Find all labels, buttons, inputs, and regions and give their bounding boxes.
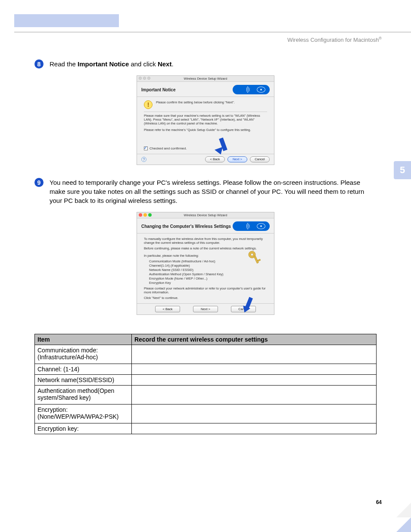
wizard1-checkbox-label: Checked and confirmed. <box>149 146 187 150</box>
svg-rect-2 <box>254 256 258 264</box>
cancel-button[interactable]: Cancel <box>250 156 270 162</box>
wizard2-titlebar: Wireless Device Setup Wizard <box>137 212 274 218</box>
step-9-text: You need to temporarily change your PC's… <box>50 178 377 205</box>
step-8: 8 Read the Important Notice and click Ne… <box>34 59 377 68</box>
wizard2-p1: To manually configure the wireless devic… <box>144 237 267 245</box>
s8-t3: . <box>171 60 173 68</box>
page-number: 64 <box>376 499 382 505</box>
table-header-item: Item <box>35 334 132 345</box>
wizard1-titlebar: Wireless Device Setup Wizard <box>137 76 274 82</box>
cell-enc-key: Encryption key: <box>35 423 132 434</box>
page-corner-fold <box>396 517 411 532</box>
back-button[interactable]: < Back <box>155 306 180 312</box>
wizard-changing-settings: Wireless Device Setup Wizard Changing th… <box>137 212 274 315</box>
table-row: Encryption:(None/WEP/WPA/WPA2-PSK) <box>35 404 377 423</box>
table-row: Channel: (1-14) <box>35 364 377 375</box>
list-i5: Encryption Mode (None / WEP / Other...) <box>149 277 267 280</box>
header-suffix: ® <box>379 36 382 40</box>
cell-auth: Authentication method(Open system/Shared… <box>35 386 132 404</box>
wizard1-header: Important Notice <box>137 82 274 97</box>
cell-channel: Channel: (1-14) <box>35 364 132 375</box>
wifi-logo-icon <box>233 221 270 231</box>
mac-traffic-lights <box>139 213 152 217</box>
wizard2-button-bar: < Back Next > Cancel <box>137 303 274 314</box>
wizard2-header: Changing the Computer's Wireless Setting… <box>137 218 274 233</box>
page-header-title: Wireless Configuration for Macintosh® <box>287 36 382 43</box>
table-row: Authentication method(Open system/Shared… <box>35 386 377 404</box>
cell-blank <box>132 375 377 386</box>
svg-point-1 <box>251 253 253 256</box>
cell-encryption: Encryption:(None/WEP/WPA/WPA2-PSK) <box>35 404 132 423</box>
list-i4: Authentication Method (Open System / Sha… <box>149 272 267 276</box>
list-i3: Network Name (SSID / ESSID) <box>149 268 267 272</box>
top-decorative-band <box>14 14 119 27</box>
wizard1-header-title: Important Notice <box>141 87 175 92</box>
list-i6: Encryption Key <box>149 281 267 285</box>
table-row: Network name(SSID/ESSID) <box>35 375 377 386</box>
key-icon <box>247 250 263 266</box>
wizard2-header-title: Changing the Computer's Wireless Setting… <box>141 224 231 229</box>
wizard1-para1: Please make sure that your machine's net… <box>144 114 267 125</box>
table-row: Encryption key: <box>35 423 377 434</box>
wifi-logo-icon <box>233 85 270 94</box>
wizard-important-notice: Wireless Device Setup Wizard Important N… <box>137 75 274 165</box>
mac-traffic-lights <box>139 77 150 80</box>
back-button[interactable]: < Back <box>205 156 225 162</box>
wizard2-p4: Please contact your network administrato… <box>144 286 267 294</box>
header-rule <box>14 32 411 32</box>
cell-blank <box>132 345 377 364</box>
settings-record-table: Item Record the current wireless compute… <box>34 334 377 434</box>
s8-t2: and click <box>129 60 158 68</box>
wizard1-checkbox-row[interactable]: Checked and confirmed. <box>144 146 267 150</box>
table-row: Communication mode:(Infrastructure/Ad-ho… <box>35 345 377 364</box>
cell-blank <box>132 364 377 375</box>
table-header-row: Item Record the current wireless compute… <box>35 334 377 345</box>
chapter-number: 5 <box>400 165 405 176</box>
cell-blank <box>132 423 377 434</box>
cell-blank <box>132 404 377 423</box>
header-text: Wireless Configuration for Macintosh <box>287 37 379 43</box>
svg-rect-3 <box>258 259 261 261</box>
cell-blank <box>132 386 377 404</box>
content-area: 8 Read the Important Notice and click Ne… <box>34 59 377 434</box>
wizard1-body: ! Please confirm the setting below befor… <box>137 97 274 154</box>
table-header-record: Record the current wireless computer set… <box>132 334 377 345</box>
wizard2-body: To manually configure the wireless devic… <box>137 233 274 303</box>
step-9-number: 9 <box>34 178 44 187</box>
cell-comm-mode: Communication mode:(Infrastructure/Ad-ho… <box>35 345 132 364</box>
step-8-number: 8 <box>34 59 44 68</box>
s8-t1: Read the <box>50 60 78 68</box>
step-9: 9 You need to temporarily change your PC… <box>34 178 377 205</box>
wizard1-window-title: Wireless Device Setup Wizard <box>184 77 227 81</box>
s8-b2: Next <box>158 60 172 68</box>
arrow-icon <box>221 138 225 151</box>
wizard1-button-bar: ? < Back Next > Cancel <box>137 154 274 165</box>
cell-ssid: Network name(SSID/ESSID) <box>35 375 132 386</box>
wizard1-line1: Please confirm the setting below before … <box>156 100 235 104</box>
step-8-text: Read the Important Notice and click Next… <box>50 59 174 68</box>
next-button[interactable]: Next > <box>193 306 218 312</box>
arrow-icon <box>247 297 251 309</box>
wizard2-window-title: Wireless Device Setup Wizard <box>184 213 227 217</box>
chapter-tab: 5 <box>394 161 411 179</box>
s8-b1: Important Notice <box>78 60 129 68</box>
help-icon[interactable]: ? <box>141 157 146 162</box>
checkbox-icon[interactable] <box>144 146 148 150</box>
wizard1-para2: Please refer to the machine's "Quick Set… <box>144 128 267 132</box>
warning-icon: ! <box>144 100 153 109</box>
next-button[interactable]: Next > <box>227 156 247 162</box>
